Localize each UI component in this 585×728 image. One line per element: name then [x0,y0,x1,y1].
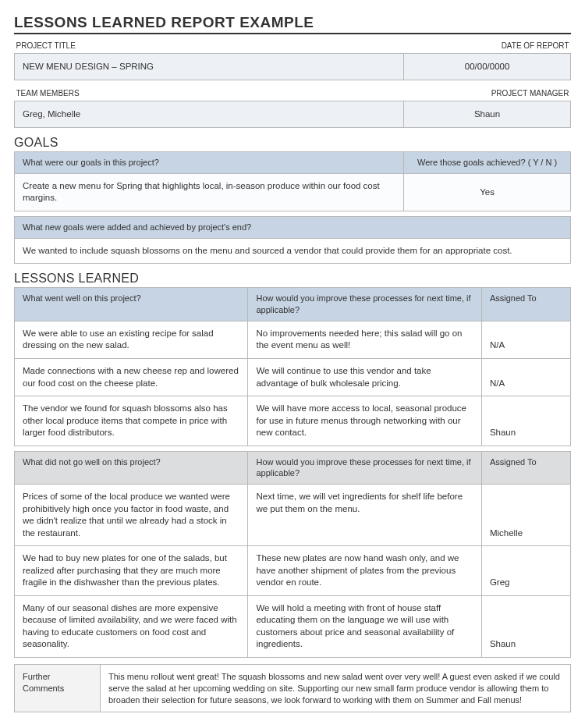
table-row: The vendor we found for squash blossoms … [15,396,571,446]
table-row: Many of our seasonal dishes are more exp… [15,595,571,657]
not-well-table: What did not go well on this project? Ho… [14,451,571,658]
well-r0-c2: No improvements needed here; this salad … [248,321,481,358]
well-r2-c1: The vendor we found for squash blossoms … [15,396,248,446]
goals-a2: Yes [404,173,571,211]
notwell-r0-c2: Next time, we will vet ingredients for s… [248,485,481,546]
table-row: Made connections with a new cheese rep a… [15,358,571,396]
well-r1-c3: N/A [481,358,570,396]
well-r1-c2: We will continue to use this vendor and … [248,358,481,396]
notwell-r2-c1: Many of our seasonal dishes are more exp… [15,595,248,657]
notwell-h2: How would you improve these processes fo… [248,451,481,485]
well-h1: What went well on this project? [15,288,248,321]
goals-q3: What new goals were added and achieved b… [15,216,571,238]
notwell-r2-c2: We will hold a meeting with front of hou… [248,595,481,657]
date-value: 00/00/0000 [404,53,571,80]
further-text: This menu rollout went great! The squash… [101,664,571,712]
goals-q2: Were those goals achieved? ( Y / N ) [404,152,571,174]
table-row: We had to buy new plates for one of the … [15,546,571,596]
notwell-r1-c2: These new plates are now hand wash only,… [248,546,481,596]
further-label: Further Comments [15,664,101,712]
further-comments-table: Further Comments This menu rollout went … [14,664,571,713]
project-title-value: NEW MENU DESIGN – SPRING [15,53,404,80]
page-title: LESSONS LEARNED REPORT EXAMPLE [14,14,571,34]
table-row: Prices of some of the local produce we w… [15,485,571,546]
notwell-r0-c3: Michelle [481,485,570,546]
well-r2-c2: We will have more access to local, seaso… [248,396,481,446]
pm-value: Shaun [404,101,571,128]
well-r2-c3: Shaun [481,396,570,446]
goals-table-1: What were our goals in this project? Wer… [14,151,571,211]
goals-table-2: What new goals were added and achieved b… [14,216,571,264]
notwell-r1-c3: Greg [481,546,570,596]
goals-a3: We wanted to include squash blossoms on … [15,238,571,264]
date-label: DATE OF REPORT [404,37,571,53]
well-r0-c3: N/A [481,321,570,358]
goals-a1: Create a new menu for Spring that highli… [15,173,404,211]
goals-q1: What were our goals in this project? [15,152,404,174]
project-title-label: PROJECT TITLE [15,37,404,53]
well-h2: How would you improve these processes fo… [248,288,481,321]
goals-heading: GOALS [14,136,571,150]
notwell-h3: Assigned To [481,451,570,485]
well-h3: Assigned To [481,288,570,321]
project-info-table: PROJECT TITLE DATE OF REPORT NEW MENU DE… [14,37,571,80]
well-r1-c1: Made connections with a new cheese rep a… [15,358,248,396]
team-value: Greg, Michelle [15,101,404,128]
team-label: TEAM MEMBERS [15,85,404,101]
lessons-heading: LESSONS LEARNED [14,272,571,286]
well-r0-c1: We were able to use an existing recipe f… [15,321,248,358]
notwell-h1: What did not go well on this project? [15,451,248,485]
pm-label: PROJECT MANAGER [404,85,571,101]
table-row: We were able to use an existing recipe f… [15,321,571,358]
team-info-table: TEAM MEMBERS PROJECT MANAGER Greg, Miche… [14,85,571,128]
notwell-r1-c1: We had to buy new plates for one of the … [15,546,248,596]
notwell-r0-c1: Prices of some of the local produce we w… [15,485,248,546]
notwell-r2-c3: Shaun [481,595,570,657]
went-well-table: What went well on this project? How woul… [14,287,571,446]
